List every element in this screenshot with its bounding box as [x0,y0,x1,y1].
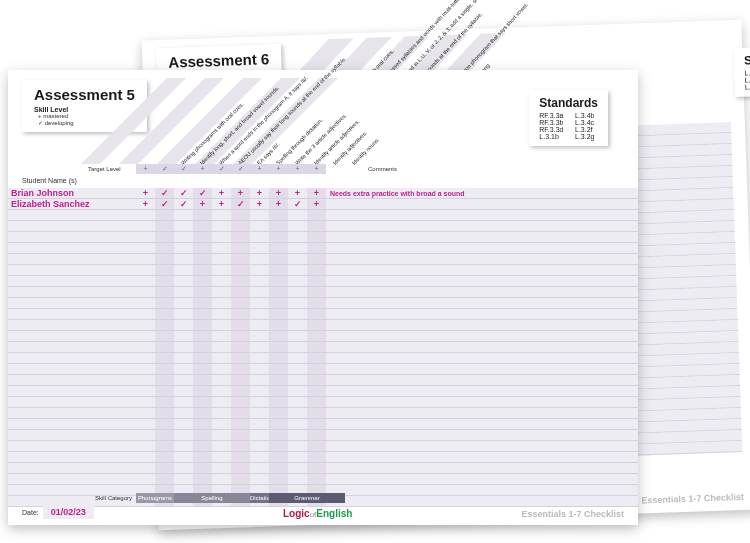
skill-mark[interactable] [212,364,231,374]
skill-mark[interactable] [231,397,250,407]
skill-mark[interactable] [136,419,155,429]
skill-mark[interactable]: ✓ [174,188,193,198]
skill-mark[interactable] [250,221,269,231]
skill-mark[interactable] [269,408,288,418]
comment-cell[interactable]: Needs extra practice with broad a sound [326,188,638,198]
skill-mark[interactable] [174,243,193,253]
skill-mark[interactable] [136,375,155,385]
skill-mark[interactable] [288,243,307,253]
skill-mark[interactable]: ✓ [155,188,174,198]
skill-mark[interactable] [155,243,174,253]
student-name[interactable] [8,331,136,341]
skill-mark[interactable] [155,298,174,308]
skill-mark[interactable] [193,331,212,341]
student-name[interactable] [8,210,136,220]
skill-mark[interactable] [231,210,250,220]
skill-mark[interactable] [212,342,231,352]
skill-mark[interactable] [155,342,174,352]
skill-mark[interactable] [212,276,231,286]
skill-mark[interactable] [231,309,250,319]
skill-mark[interactable]: ✓ [231,199,250,209]
skill-mark[interactable] [269,452,288,462]
comment-cell[interactable] [326,243,638,253]
comment-cell[interactable] [326,309,638,319]
student-name[interactable] [8,474,136,484]
skill-mark[interactable] [155,408,174,418]
skill-mark[interactable] [269,287,288,297]
skill-mark[interactable] [136,397,155,407]
comment-cell[interactable] [326,463,638,473]
comment-cell[interactable] [326,320,638,330]
skill-mark[interactable] [155,265,174,275]
skill-mark[interactable] [212,408,231,418]
skill-mark[interactable] [250,309,269,319]
comment-cell[interactable] [326,408,638,418]
skill-mark[interactable] [269,463,288,473]
skill-mark[interactable] [174,430,193,440]
skill-mark[interactable] [269,364,288,374]
skill-mark[interactable] [136,243,155,253]
skill-mark[interactable] [269,331,288,341]
skill-mark[interactable] [136,441,155,451]
skill-mark[interactable] [174,419,193,429]
skill-mark[interactable] [250,430,269,440]
skill-mark[interactable] [288,232,307,242]
comment-cell[interactable] [326,254,638,264]
skill-mark[interactable] [288,276,307,286]
comment-cell[interactable] [326,265,638,275]
skill-mark[interactable] [174,309,193,319]
skill-mark[interactable] [269,353,288,363]
student-name[interactable]: Brian Johnson [8,188,136,198]
skill-mark[interactable] [155,463,174,473]
skill-mark[interactable] [250,353,269,363]
skill-mark[interactable]: + [231,188,250,198]
skill-mark[interactable] [307,375,326,385]
skill-mark[interactable] [212,309,231,319]
skill-mark[interactable]: ✓ [193,188,212,198]
skill-mark[interactable] [155,276,174,286]
comment-cell[interactable] [326,419,638,429]
skill-mark[interactable] [212,298,231,308]
skill-mark[interactable]: + [136,188,155,198]
skill-mark[interactable] [193,298,212,308]
skill-mark[interactable] [193,353,212,363]
skill-mark[interactable] [269,386,288,396]
comment-cell[interactable] [326,430,638,440]
skill-mark[interactable] [231,320,250,330]
skill-mark[interactable] [174,474,193,484]
comment-cell[interactable] [326,221,638,231]
skill-mark[interactable] [136,221,155,231]
student-name[interactable] [8,276,136,286]
skill-mark[interactable] [269,375,288,385]
skill-mark[interactable] [174,463,193,473]
skill-mark[interactable] [231,243,250,253]
skill-mark[interactable]: + [269,188,288,198]
skill-mark[interactable] [174,320,193,330]
skill-mark[interactable] [231,331,250,341]
skill-mark[interactable] [250,397,269,407]
skill-mark[interactable] [155,210,174,220]
comment-cell[interactable] [326,353,638,363]
skill-mark[interactable] [174,265,193,275]
skill-mark[interactable] [193,474,212,484]
skill-mark[interactable] [250,232,269,242]
skill-mark[interactable] [288,474,307,484]
skill-mark[interactable] [212,353,231,363]
student-name[interactable] [8,221,136,231]
skill-mark[interactable] [136,320,155,330]
skill-mark[interactable] [174,386,193,396]
skill-mark[interactable] [231,452,250,462]
skill-mark[interactable] [212,254,231,264]
skill-mark[interactable] [212,397,231,407]
skill-mark[interactable] [307,276,326,286]
skill-mark[interactable] [174,287,193,297]
skill-mark[interactable] [307,397,326,407]
student-name[interactable] [8,243,136,253]
skill-mark[interactable] [212,320,231,330]
skill-mark[interactable] [231,254,250,264]
student-name[interactable] [8,463,136,473]
skill-mark[interactable] [307,254,326,264]
comment-cell[interactable] [326,397,638,407]
student-name[interactable] [8,342,136,352]
skill-mark[interactable] [288,331,307,341]
